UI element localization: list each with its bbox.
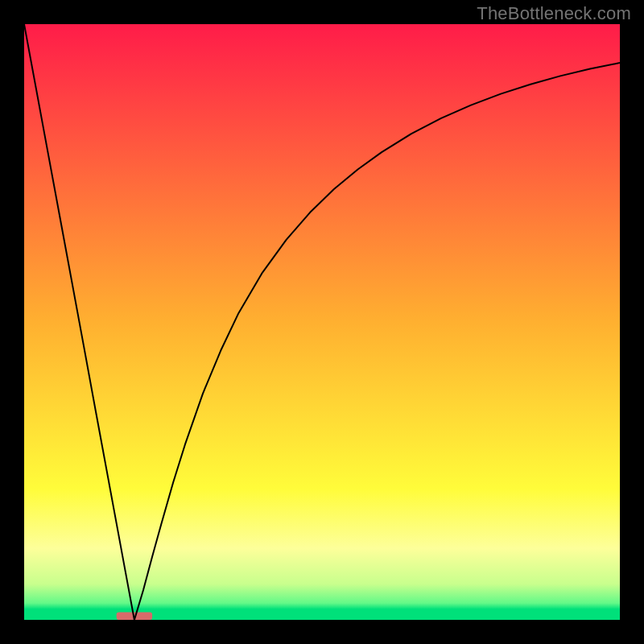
plot-area <box>24 24 620 620</box>
chart-frame: TheBottleneck.com <box>0 0 644 644</box>
chart-svg <box>24 24 620 620</box>
watermark-text: TheBottleneck.com <box>477 3 631 24</box>
gradient-background <box>24 24 620 620</box>
